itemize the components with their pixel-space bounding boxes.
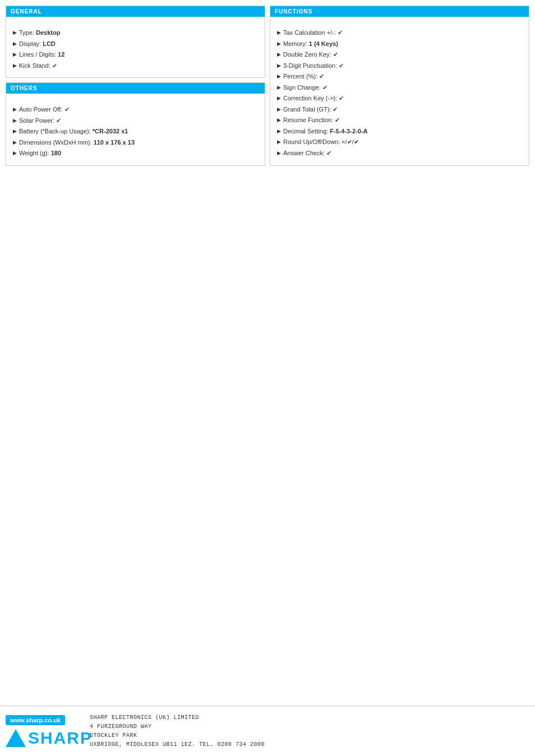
section-functions: FUNCTIONS ▶ Tax Calculation +/-: ✔ ▶ Mem… <box>270 6 529 166</box>
list-item: ▶ Solar Power: ✔ <box>13 116 258 126</box>
arrow-icon: ▶ <box>277 128 281 136</box>
list-item: ▶ Round Up/Off/Down: ×/✔/✔ <box>277 137 522 147</box>
arrow-icon: ▶ <box>277 62 281 70</box>
list-item: ▶ Tax Calculation +/-: ✔ <box>277 28 522 38</box>
address-line3: STOCKLEY PARK <box>90 731 265 740</box>
list-item: ▶ Weight (g): 180 <box>13 149 258 158</box>
list-item: ▶ Lines / Digits: 12 <box>13 50 258 59</box>
arrow-icon: ▶ <box>277 95 281 103</box>
arrow-icon: ▶ <box>13 106 17 114</box>
arrow-icon: ▶ <box>277 73 281 81</box>
list-item: ▶ Dimensions (WxDxH mm): 110 x 176 x 13 <box>13 138 258 147</box>
list-item: ▶ Answer Check: ✔ <box>277 149 522 158</box>
arrow-icon: ▶ <box>277 150 281 157</box>
arrow-icon: ▶ <box>13 150 17 157</box>
arrow-icon: ▶ <box>13 139 17 147</box>
arrow-icon: ▶ <box>13 29 17 37</box>
list-item: ▶ Battery (*Back-up Usage): *CR-2032 x1 <box>13 127 258 136</box>
address-line1: SHARP ELECTRONICS (UK) LIMITED <box>90 713 265 722</box>
sharp-triangle-icon <box>6 729 26 747</box>
arrow-icon: ▶ <box>277 138 281 146</box>
arrow-icon: ▶ <box>277 29 281 37</box>
footer-website[interactable]: www.sharp.co.uk <box>6 715 65 725</box>
list-item: ▶ Double Zero Key: ✔ <box>277 50 522 59</box>
address-line4: UXBRIDGE, MIDDLESEX UB11 1EZ. TEL. 0208 … <box>90 740 265 749</box>
arrow-icon: ▶ <box>13 62 17 70</box>
list-item: ▶ Percent (%): ✔ <box>277 72 522 81</box>
list-item: ▶ Auto Power Off: ✔ <box>13 105 258 114</box>
list-item: ▶ 3-Digit Punctuation: ✔ <box>277 61 522 71</box>
list-item: ▶ Kick Stand: ✔ <box>13 61 258 71</box>
list-item: ▶ Sign Change: ✔ <box>277 83 522 92</box>
arrow-icon: ▶ <box>13 128 17 136</box>
footer-address: SHARP ELECTRONICS (UK) LIMITED 4 FURZEGR… <box>90 713 265 749</box>
footer: www.sharp.co.uk SHARP SHARP ELECTRONICS … <box>0 706 535 756</box>
arrow-icon: ▶ <box>13 40 17 48</box>
list-item: ▶ Memory: 1 (4 Keys) <box>277 39 522 49</box>
arrow-icon: ▶ <box>13 51 17 59</box>
address-line2: 4 FURZEGROUND WAY <box>90 722 265 731</box>
functions-header: FUNCTIONS <box>270 6 529 17</box>
arrow-icon: ▶ <box>277 40 281 48</box>
general-body: ▶ Type: Desktop ▶ Display: LCD ▶ Lines /… <box>6 17 265 77</box>
list-item: ▶ Decimal Setting: F-5-4-3-2-0-A <box>277 127 522 136</box>
list-item: ▶ Type: Desktop <box>13 28 258 38</box>
others-header: OTHERS <box>6 83 265 94</box>
list-item: ▶ Correction Key (->): ✔ <box>277 94 522 103</box>
functions-body: ▶ Tax Calculation +/-: ✔ ▶ Memory: 1 (4 … <box>270 17 529 165</box>
main-content: GENERAL ▶ Type: Desktop ▶ Display: LCD ▶… <box>0 0 535 171</box>
arrow-icon: ▶ <box>277 51 281 59</box>
footer-logo-area: www.sharp.co.uk SHARP <box>6 715 79 748</box>
list-item: ▶ Resume Function: ✔ <box>277 115 522 125</box>
section-general: GENERAL ▶ Type: Desktop ▶ Display: LCD ▶… <box>6 6 265 78</box>
others-body: ▶ Auto Power Off: ✔ ▶ Solar Power: ✔ ▶ B… <box>6 94 265 165</box>
general-header: GENERAL <box>6 6 265 17</box>
arrow-icon: ▶ <box>277 106 281 114</box>
sharp-logo-text: SHARP <box>28 729 93 748</box>
arrow-icon: ▶ <box>277 117 281 124</box>
sharp-logo: SHARP <box>6 729 93 748</box>
arrow-icon: ▶ <box>13 117 17 125</box>
section-others: OTHERS ▶ Auto Power Off: ✔ ▶ Solar Power… <box>6 82 265 166</box>
arrow-icon: ▶ <box>277 84 281 92</box>
list-item: ▶ Display: LCD <box>13 39 258 49</box>
list-item: ▶ Grand Total (GT): ✔ <box>277 105 522 114</box>
